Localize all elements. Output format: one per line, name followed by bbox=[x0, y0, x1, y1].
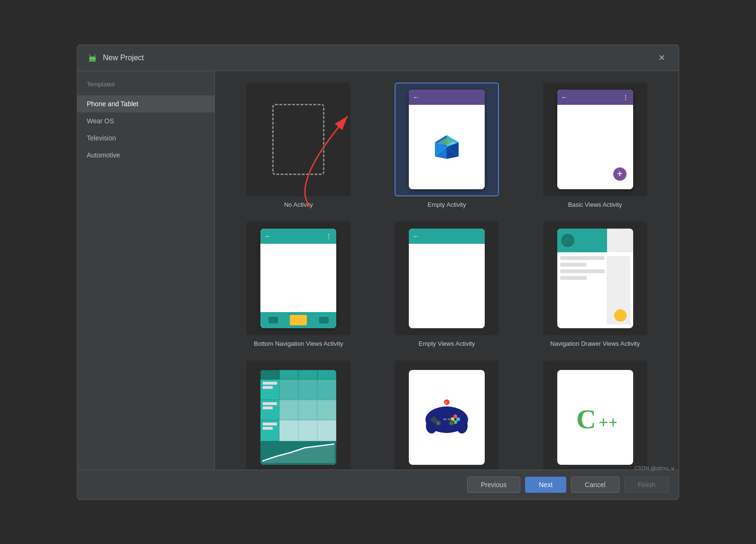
svg-rect-0 bbox=[89, 56, 96, 61]
svg-text:++: ++ bbox=[599, 413, 617, 432]
svg-rect-20 bbox=[431, 418, 437, 421]
sidebar-item-automotive[interactable]: Automotive bbox=[77, 147, 214, 164]
svg-point-21 bbox=[453, 415, 457, 418]
template-card-game[interactable]: ! Game Activity bbox=[378, 359, 516, 470]
fab-button-icon: + bbox=[613, 167, 627, 181]
cpp-preview-container: C ++ bbox=[543, 360, 647, 470]
dialog-footer: Previous Next Cancel Finish bbox=[77, 470, 679, 499]
sp-cell bbox=[298, 379, 317, 400]
template-card-spreadsheet[interactable]: Spreadsheet Activity bbox=[229, 359, 368, 470]
sidebar-item-wear-os[interactable]: Wear OS bbox=[77, 112, 214, 129]
dialog-title: New Project bbox=[103, 54, 144, 62]
next-button[interactable]: Next bbox=[525, 477, 566, 493]
drawer-circle bbox=[561, 234, 574, 247]
empty-views-phone: ← bbox=[409, 229, 485, 328]
cancel-button[interactable]: Cancel bbox=[571, 477, 619, 493]
svg-text:!: ! bbox=[445, 401, 447, 405]
sp-chart-area bbox=[260, 441, 336, 465]
sp-cell bbox=[279, 400, 298, 420]
nav-tab-2 bbox=[286, 315, 311, 325]
close-button[interactable]: ✕ bbox=[655, 51, 669, 65]
svg-point-31 bbox=[444, 399, 450, 405]
empty-activity-body bbox=[409, 105, 485, 189]
spreadsheet-preview-container bbox=[246, 360, 350, 470]
sp-cell bbox=[260, 400, 279, 420]
svg-rect-26 bbox=[448, 418, 452, 420]
drawer-list bbox=[560, 256, 605, 324]
drawer-fab-icon bbox=[614, 309, 627, 322]
sp-cell bbox=[298, 420, 317, 441]
basic-views-phone: ← ⋮ + bbox=[557, 90, 633, 189]
template-card-bottom-nav[interactable]: ← ⋮ bbox=[229, 220, 368, 349]
spreadsheet-phone bbox=[260, 370, 336, 465]
game-controller-icon: ! bbox=[423, 398, 470, 436]
template-card-cpp[interactable]: C ++ Native C++ bbox=[526, 359, 664, 470]
basic-views-header: ← ⋮ bbox=[557, 90, 633, 105]
menu-dots-icon: ⋮ bbox=[325, 232, 332, 240]
android-logo-icon bbox=[87, 52, 98, 64]
no-activity-dashed-box bbox=[272, 104, 324, 175]
drawer-list-item bbox=[560, 269, 605, 273]
no-activity-label: No Activity bbox=[284, 201, 313, 208]
template-grid: No Activity ← bbox=[229, 81, 664, 470]
svg-marker-15 bbox=[262, 444, 334, 463]
dialog-header: New Project ✕ bbox=[77, 45, 679, 71]
sp-cell bbox=[279, 420, 298, 441]
template-card-empty-activity[interactable]: ← bbox=[378, 81, 516, 210]
game-preview-container: ! bbox=[395, 360, 499, 470]
nav-drawer-preview-container bbox=[543, 221, 647, 335]
dialog-body: Templates Phone and Tablet Wear OS Telev… bbox=[77, 71, 679, 470]
back-arrow-icon: ← bbox=[413, 232, 419, 240]
cpp-phone: C ++ bbox=[557, 370, 633, 465]
sidebar-item-television[interactable]: Television bbox=[77, 129, 214, 147]
svg-line-2 bbox=[94, 55, 95, 56]
svg-point-4 bbox=[93, 58, 94, 59]
basic-views-label: Basic Views Activity bbox=[568, 201, 622, 208]
no-activity-preview bbox=[246, 83, 350, 196]
nav-tab-1 bbox=[260, 317, 286, 323]
drawer-list-item bbox=[560, 256, 605, 260]
svg-rect-25 bbox=[443, 418, 447, 420]
drawer-header bbox=[557, 229, 633, 252]
finish-button[interactable]: Finish bbox=[624, 477, 669, 493]
cpp-logo-icon: C ++ bbox=[574, 396, 617, 439]
svg-point-30 bbox=[450, 422, 453, 424]
drawer-overlay bbox=[607, 229, 633, 252]
android-studio-cube-icon bbox=[433, 133, 461, 161]
nav-drawer-label: Navigation Drawer Views Activity bbox=[550, 340, 640, 347]
bottom-nav-header: ← ⋮ bbox=[260, 229, 336, 244]
previous-button[interactable]: Previous bbox=[467, 477, 520, 493]
empty-activity-phone: ← bbox=[409, 90, 485, 189]
drawer-list-item bbox=[560, 263, 587, 267]
nav-tab-active bbox=[290, 315, 307, 325]
svg-point-22 bbox=[456, 417, 460, 421]
sp-cell bbox=[260, 379, 279, 400]
new-project-dialog: New Project ✕ Templates Phone and Tablet… bbox=[77, 45, 679, 500]
sp-cell bbox=[317, 400, 336, 420]
sp-cell bbox=[317, 420, 336, 441]
sidebar-item-phone-tablet[interactable]: Phone and Tablet bbox=[77, 95, 214, 112]
game-phone: ! bbox=[409, 370, 485, 465]
empty-activity-preview: ← bbox=[395, 83, 499, 196]
bottom-nav-phone: ← ⋮ bbox=[260, 229, 336, 328]
empty-views-label: Empty Views Activity bbox=[419, 340, 475, 347]
svg-point-3 bbox=[91, 58, 92, 59]
template-card-basic-views[interactable]: ← ⋮ + Basic Views Activity bbox=[526, 81, 664, 210]
bottom-nav-bar bbox=[260, 312, 336, 328]
sp-cell bbox=[279, 370, 298, 379]
svg-point-28 bbox=[437, 422, 440, 424]
sidebar-section-title: Templates bbox=[77, 81, 214, 95]
template-card-no-activity[interactable]: No Activity bbox=[229, 81, 368, 210]
template-content-area: No Activity ← bbox=[215, 71, 679, 470]
empty-activity-header: ← bbox=[409, 90, 485, 105]
sp-cell bbox=[260, 370, 279, 379]
sp-cell bbox=[317, 370, 336, 379]
svg-text:C: C bbox=[576, 404, 596, 434]
empty-views-preview: ← bbox=[395, 221, 499, 335]
menu-dots-icon: ⋮ bbox=[622, 93, 629, 101]
sidebar: Templates Phone and Tablet Wear OS Telev… bbox=[77, 71, 215, 470]
template-card-empty-views[interactable]: ← Empty Views Activity bbox=[378, 220, 516, 349]
template-card-nav-drawer[interactable]: Navigation Drawer Views Activity bbox=[526, 220, 664, 349]
bottom-nav-body bbox=[260, 244, 336, 312]
empty-views-header: ← bbox=[409, 229, 485, 244]
